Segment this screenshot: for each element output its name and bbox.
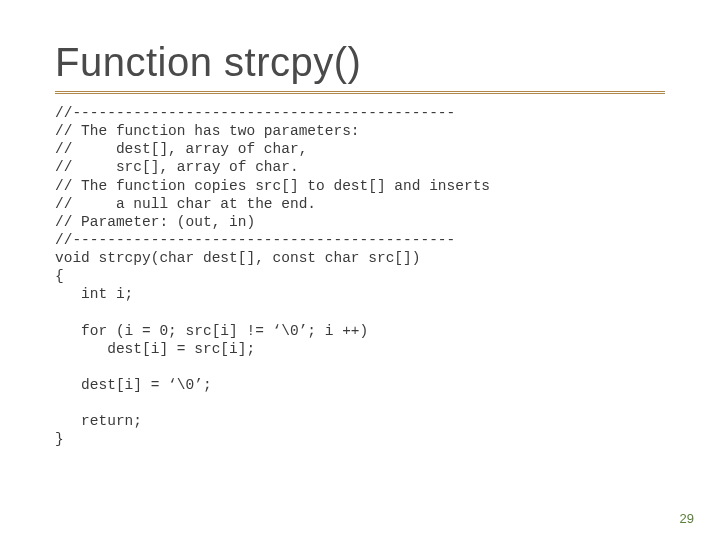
title-underline <box>55 91 665 94</box>
code-block: //--------------------------------------… <box>55 104 665 448</box>
page-number: 29 <box>680 511 694 526</box>
slide: Function strcpy() //--------------------… <box>0 0 720 540</box>
slide-title: Function strcpy() <box>55 40 665 85</box>
